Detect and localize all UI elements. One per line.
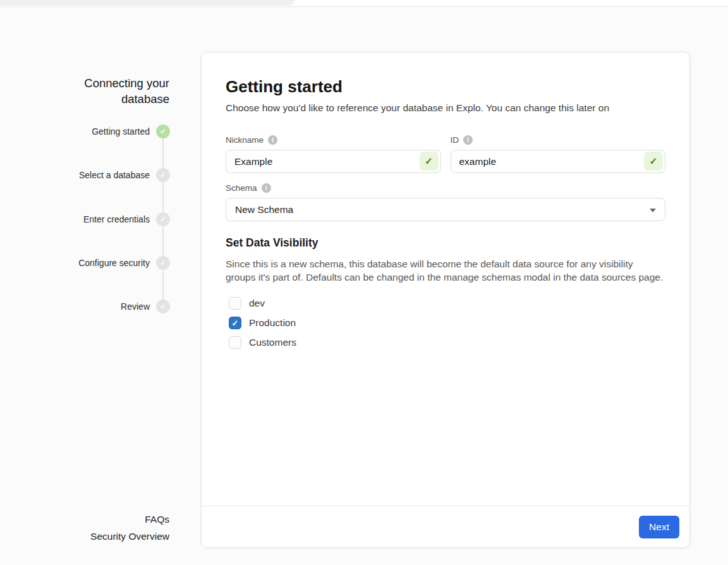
valid-check-badge: ✓ xyxy=(420,152,439,171)
step-label-getting-started: Getting started xyxy=(42,125,150,138)
step-indicator-enter-credentials: ✓ xyxy=(156,212,170,226)
visibility-group-customers[interactable]: ✓ Customers xyxy=(229,336,665,349)
nickname-input-wrap: ✓ xyxy=(226,150,441,173)
step-indicator-review: ✓ xyxy=(156,300,170,313)
checkbox-label-customers: Customers xyxy=(249,337,296,348)
check-icon: ✓ xyxy=(160,258,166,267)
info-icon[interactable]: i xyxy=(262,183,271,193)
visibility-group-production[interactable]: ✓ Production xyxy=(229,317,665,329)
id-input-wrap: ✓ xyxy=(451,150,666,173)
next-button[interactable]: Next xyxy=(639,516,679,538)
checkbox-production[interactable]: ✓ xyxy=(229,317,241,329)
step-label-select-database: Select a database xyxy=(42,169,150,181)
nickname-label: Nickname xyxy=(226,135,264,145)
card-body: Getting started Choose how you'd like to… xyxy=(202,52,689,349)
faqs-link[interactable]: FAQs xyxy=(30,513,169,526)
step-indicator-select-database: ✓ xyxy=(156,168,170,182)
page-subtitle: Choose how you'd like to reference your … xyxy=(226,102,665,114)
step-label-review: Review xyxy=(42,300,150,313)
schema-select[interactable]: New Schema xyxy=(226,198,665,221)
check-icon: ✓ xyxy=(160,215,166,224)
step-indicator-configure-security: ✓ xyxy=(156,256,170,270)
info-icon[interactable]: i xyxy=(268,135,277,145)
visibility-group-list: ✓ dev ✓ Production ✓ Customers xyxy=(229,297,665,349)
check-icon: ✓ xyxy=(425,155,433,167)
data-visibility-heading: Set Data Visibility xyxy=(226,236,665,250)
nickname-field-group: Nickname i ✓ xyxy=(226,135,441,173)
caret-down-icon xyxy=(650,209,656,212)
schema-label: Schema xyxy=(226,183,257,193)
check-icon: ✓ xyxy=(160,127,166,136)
id-field-group: ID i ✓ xyxy=(451,135,666,173)
check-icon: ✓ xyxy=(650,155,658,167)
nickname-label-row: Nickname i xyxy=(226,135,441,145)
wizard-sidebar: Connecting your database Getting started… xyxy=(0,0,201,565)
step-label-configure-security: Configure security xyxy=(42,257,150,269)
checkbox-dev[interactable]: ✓ xyxy=(229,297,241,310)
security-overview-link[interactable]: Security Overview xyxy=(30,530,169,543)
info-icon[interactable]: i xyxy=(463,135,473,145)
wizard-title: Connecting your database xyxy=(62,75,169,107)
check-icon: ✓ xyxy=(232,319,239,328)
check-icon: ✓ xyxy=(160,302,166,311)
name-id-fields-row: Nickname i ✓ ID i xyxy=(226,135,665,173)
id-label-row: ID i xyxy=(451,135,666,145)
page: Connecting your database Getting started… xyxy=(0,0,728,565)
schema-label-row: Schema i xyxy=(226,183,665,193)
schema-selected-value: New Schema xyxy=(235,204,293,216)
card-footer: Next xyxy=(202,506,689,547)
id-input[interactable] xyxy=(451,150,666,173)
checkbox-label-production: Production xyxy=(249,317,296,329)
id-label: ID xyxy=(451,135,459,145)
schema-field-group: Schema i New Schema xyxy=(226,183,665,221)
data-visibility-description: Since this is a new schema, this databas… xyxy=(226,258,665,284)
getting-started-card: Getting started Choose how you'd like to… xyxy=(201,52,690,548)
step-indicator-getting-started: ✓ xyxy=(156,125,170,138)
page-title: Getting started xyxy=(226,76,665,97)
valid-check-badge: ✓ xyxy=(644,152,663,171)
checkbox-customers[interactable]: ✓ xyxy=(229,336,241,349)
nickname-input[interactable] xyxy=(226,150,441,173)
checkbox-label-dev: dev xyxy=(249,298,265,309)
check-icon: ✓ xyxy=(160,171,166,179)
step-label-enter-credentials: Enter credentials xyxy=(42,213,150,226)
visibility-group-dev[interactable]: ✓ dev xyxy=(229,297,665,310)
